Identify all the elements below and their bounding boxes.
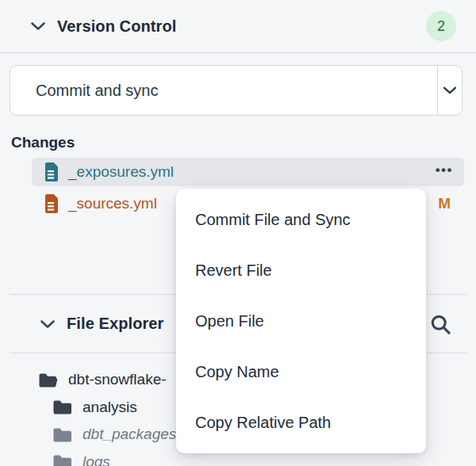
- chevron-down-icon: [441, 82, 459, 99]
- changed-file-name[interactable]: _sources.yml: [68, 195, 157, 212]
- version-control-panel: Version Control 2 Commit and sync Change…: [0, 0, 476, 466]
- tree-item-label: logs: [83, 453, 110, 466]
- menu-item-commit-file-and-sync[interactable]: Commit File and Sync: [176, 194, 426, 245]
- modified-status-badge: M: [438, 195, 453, 212]
- search-files-button[interactable]: [427, 311, 454, 338]
- commit-button-main[interactable]: Commit and sync: [10, 66, 438, 115]
- commit-and-sync-button[interactable]: Commit and sync: [10, 65, 463, 116]
- commit-button-label: Commit and sync: [36, 82, 159, 100]
- chevron-down-icon[interactable]: [38, 315, 57, 334]
- version-control-title: Version Control: [57, 17, 176, 36]
- chevron-down-icon[interactable]: [29, 17, 48, 36]
- folder-icon: [52, 453, 72, 466]
- changed-file-name[interactable]: _exposures.yml: [68, 163, 174, 181]
- version-control-header[interactable]: Version Control 2: [0, 0, 476, 53]
- changed-file-row-exposures[interactable]: _exposures.yml •••: [32, 158, 464, 186]
- folder-open-icon: [38, 372, 58, 388]
- yaml-file-icon: [44, 193, 60, 214]
- menu-item-open-file[interactable]: Open File: [176, 296, 426, 346]
- yaml-file-icon: [44, 162, 60, 182]
- commit-options-toggle[interactable]: [438, 66, 462, 115]
- file-actions-ellipsis-icon[interactable]: •••: [436, 163, 453, 181]
- menu-item-copy-name[interactable]: Copy Name: [176, 346, 426, 397]
- tree-item-label: dbt-snowflake-: [68, 371, 167, 388]
- search-icon: [429, 313, 451, 335]
- tree-item-label: analysis: [83, 399, 137, 416]
- menu-item-copy-relative-path[interactable]: Copy Relative Path: [176, 397, 426, 448]
- file-context-menu: Commit File and Sync Revert File Open Fi…: [176, 189, 426, 453]
- folder-icon: [52, 426, 72, 443]
- changes-count-badge: 2: [426, 11, 456, 41]
- changes-section-label: Changes: [11, 134, 466, 151]
- folder-icon: [52, 399, 72, 415]
- menu-item-revert-file[interactable]: Revert File: [176, 245, 426, 296]
- file-explorer-title: File Explorer: [67, 315, 163, 333]
- tree-item-label: dbt_packages: [83, 426, 176, 443]
